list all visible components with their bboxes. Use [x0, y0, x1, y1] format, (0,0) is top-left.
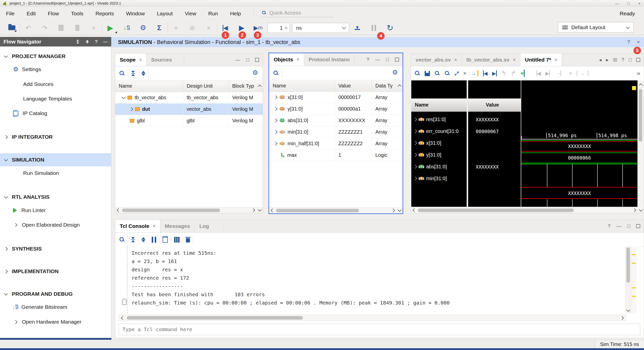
wave-signal-row[interactable]: Verr_count[31:0: [411, 125, 467, 137]
column-data-type[interactable]: Data Ty: [372, 80, 396, 91]
scroll-left-arrow[interactable]: [117, 208, 121, 212]
close-icon[interactable]: ×: [153, 224, 155, 229]
scroll-left-arrow[interactable]: [271, 209, 275, 213]
scroll-up-arrow[interactable]: [257, 80, 263, 92]
scrollbar-thumb[interactable]: [122, 209, 220, 212]
undo-button[interactable]: ↶: [20, 22, 36, 34]
relaunch-button[interactable]: ↻: [382, 22, 398, 34]
sidebar-item-ip-catalog[interactable]: IP Catalog: [0, 109, 111, 118]
run-button[interactable]: ▶: [102, 22, 118, 34]
search-icon[interactable]: [119, 71, 125, 76]
tab-scope[interactable]: Scope×: [115, 54, 147, 66]
menu-layout[interactable]: Layout: [151, 9, 179, 19]
scroll-down-arrow[interactable]: [257, 207, 263, 213]
column-name[interactable]: Name: [115, 80, 183, 92]
menu-view[interactable]: View: [179, 9, 202, 19]
sidebar-item-project-manager[interactable]: PROJECT MANAGER: [0, 52, 111, 61]
close-icon[interactable]: ×: [555, 57, 557, 63]
scroll-up-arrow[interactable]: [396, 80, 403, 91]
gear-icon[interactable]: ⚙: [392, 69, 398, 76]
float-icon[interactable]: [636, 58, 640, 62]
maximize-icon[interactable]: □: [627, 223, 630, 229]
sidebar-item-simulation[interactable]: SIMULATION: [0, 153, 111, 166]
reports-sigma-button[interactable]: Σ: [151, 22, 168, 34]
menu-reports[interactable]: Reports: [89, 9, 120, 19]
collapse-all-icon[interactable]: [131, 237, 135, 242]
sidebar-item-run-simulation[interactable]: Run Simulation: [0, 169, 111, 177]
collapse-all-icon[interactable]: [131, 71, 135, 76]
help-icon[interactable]: ?: [95, 39, 98, 44]
wave-signal-row[interactable]: Vres[31:0]: [411, 114, 467, 125]
menu-tools[interactable]: Tools: [65, 9, 89, 19]
menu-help[interactable]: Help: [224, 9, 247, 19]
sidebar-item-settings[interactable]: ⚙Settings: [0, 65, 111, 74]
horizontal-scrollbar[interactable]: [115, 207, 257, 213]
sidebar-item-add-sources[interactable]: Add Sources: [0, 80, 111, 88]
horizontal-scrollbar[interactable]: [119, 315, 626, 321]
sidebar-item-run-linter[interactable]: Run Linter: [0, 206, 111, 215]
collapse-all-icon[interactable]: [76, 40, 79, 43]
sidebar-item-open-elaborated-design[interactable]: Open Elaborated Design: [0, 221, 111, 229]
tab-log[interactable]: Log: [195, 220, 213, 232]
redo-button[interactable]: ↷: [36, 22, 53, 34]
quick-access-search[interactable]: Quick Access: [261, 10, 334, 17]
scroll-right-arrow[interactable]: [620, 316, 624, 320]
maximize-icon[interactable]: □: [246, 57, 249, 63]
column-design-unit[interactable]: Design Unit: [183, 80, 229, 92]
tab-messages[interactable]: Messages: [160, 220, 195, 232]
window-close-button[interactable]: ×: [638, 1, 640, 6]
menu-run[interactable]: Run: [202, 9, 224, 19]
scroll-right-arrow[interactable]: [632, 208, 636, 212]
step-button[interactable]: ▼: [349, 22, 366, 34]
copy-button[interactable]: [53, 22, 69, 34]
table-row[interactable]: 0abs[31:0] XXXXXXXX Array: [269, 115, 403, 126]
sidebar-item-implementation[interactable]: IMPLEMENTATION: [0, 267, 111, 276]
table-row[interactable]: glbl glbl Verilog M: [115, 115, 263, 127]
minimize-icon[interactable]: —: [103, 39, 108, 44]
prompt-marker-icon[interactable]: [122, 299, 127, 305]
horizontal-scrollbar[interactable]: [269, 207, 396, 213]
open-project-button[interactable]: [4, 22, 20, 34]
tab-tb-vector-abs-sv[interactable]: tb_vector_abs.sv×: [462, 54, 520, 66]
table-row-selected[interactable]: dut vector_abs Verilog M: [115, 104, 263, 115]
menu-flow[interactable]: Flow: [42, 9, 65, 19]
close-simulation-button[interactable]: ×: [637, 39, 640, 45]
table-row[interactable]: Iy[31:0] 000000a1 Array: [269, 103, 403, 115]
column-value[interactable]: Value: [335, 80, 372, 91]
help-icon[interactable]: ?: [608, 223, 611, 229]
nav-left-icon[interactable]: ◀: [599, 58, 601, 62]
goto-time-icon[interactable]: →: [471, 70, 478, 77]
vertical-scrollbar[interactable]: [625, 246, 631, 313]
horizontal-scrollbar[interactable]: [411, 207, 638, 213]
expand-all-icon[interactable]: [141, 71, 145, 76]
scroll-left-arrow[interactable]: [121, 316, 125, 320]
tab-tcl-console[interactable]: Tcl Console×: [115, 220, 160, 232]
scroll-right-arrow[interactable]: [391, 209, 395, 213]
tab-objects[interactable]: Objects×: [269, 53, 304, 66]
column-name[interactable]: Name: [269, 80, 335, 91]
generate-bitstream-button[interactable]: ↓0110: [118, 22, 135, 34]
scroll-left-arrow[interactable]: [413, 208, 417, 212]
warning-mark[interactable]: [632, 254, 636, 255]
scroll-right-arrow[interactable]: [251, 208, 255, 212]
close-icon[interactable]: ×: [454, 57, 457, 63]
wave-signal-row[interactable]: Ix[31:0]: [411, 137, 467, 149]
table-row[interactable]: Vmin[31:0] ZZZZZZZ1 Array: [269, 126, 403, 138]
sidebar-item-program-and-debug[interactable]: PROGRAM AND DEBUG: [0, 290, 111, 298]
sidebar-item-language-templates[interactable]: Language Templates: [0, 94, 111, 103]
sidebar-item-synthesis[interactable]: SYNTHESIS: [0, 244, 111, 253]
gear-icon[interactable]: ⚙: [252, 69, 258, 76]
wave-column-name-header[interactable]: Name: [411, 98, 467, 112]
scrollbar-thumb[interactable]: [626, 247, 630, 283]
clear-console-icon[interactable]: [186, 238, 190, 242]
float-icon[interactable]: [255, 58, 259, 62]
scroll-down-arrow[interactable]: [396, 207, 403, 213]
expand-all-icon[interactable]: [141, 237, 145, 242]
sidebar-item-ip-integrator[interactable]: IP INTEGRATOR: [0, 133, 111, 141]
word-wrap-icon[interactable]: [174, 237, 180, 242]
minimize-icon[interactable]: —: [617, 223, 621, 229]
close-icon[interactable]: ×: [513, 57, 516, 63]
next-transition-icon[interactable]: ▶: [492, 70, 497, 76]
tcl-command-input[interactable]: [119, 324, 640, 335]
sim-time-input[interactable]: 1 ⊗: [268, 23, 290, 33]
